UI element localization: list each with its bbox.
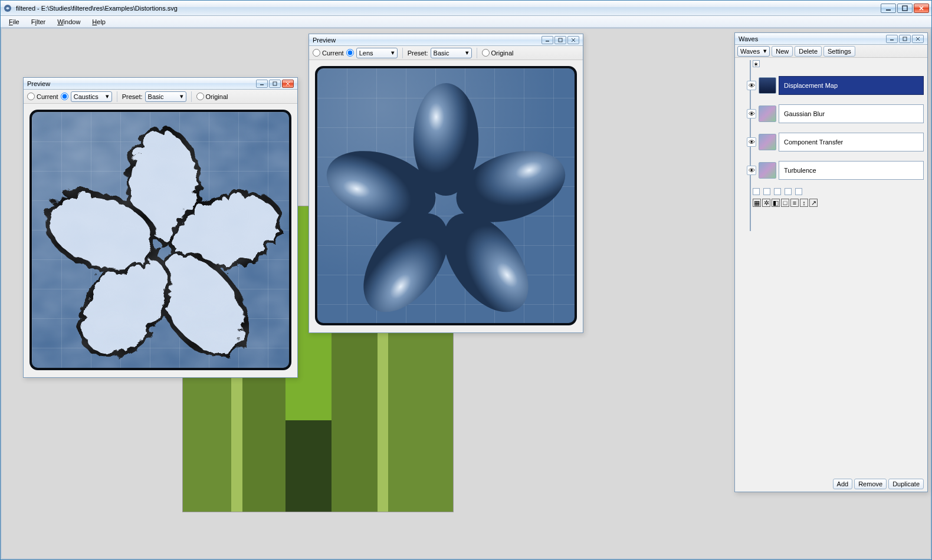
preset-combo[interactable]: Basic▾ [431,48,472,58]
graph-port-icon[interactable] [763,188,770,195]
node-label: Displacement Map [779,76,924,95]
preview-title: Preview [27,80,256,87]
radio-mode[interactable] [346,49,354,57]
minimize-icon[interactable] [256,80,268,88]
filter-preview-lens [315,66,577,325]
close-icon[interactable] [912,35,924,43]
maximize-icon[interactable] [554,36,566,44]
node-component-transfer[interactable]: 👁 Component Transfer [747,131,924,153]
svg-rect-4 [559,38,562,42]
svg-rect-17 [32,112,288,368]
tool-icon[interactable]: ✲ [762,199,770,207]
graph-port-icon[interactable] [774,188,781,195]
tool-icon[interactable]: ◧ [772,199,780,207]
preset-label: Preset: [408,50,428,57]
radio-current[interactable]: Current [27,93,58,100]
node-thumbnail [759,106,776,122]
preview-titlebar[interactable]: Preview [309,34,583,46]
visibility-toggle-icon[interactable]: 👁 [747,166,756,175]
preview-window-caustics[interactable]: Preview Current Caustics▾ Preset: Basic▾… [23,77,298,378]
duplicate-button[interactable]: Duplicate [888,479,924,489]
menubar: File Filter Window Help [1,16,931,28]
node-label: Gaussian Blur [779,104,924,123]
node-thumbnail [759,77,776,94]
filter-preview-caustics [29,110,291,370]
svg-rect-1 [886,9,891,11]
preview-toolbar: Current Lens▾ Preset: Basic▾ Original [309,46,583,60]
preview-title: Preview [313,37,542,44]
remove-button[interactable]: Remove [854,479,887,489]
mode-combo[interactable]: Lens▾ [356,48,398,58]
visibility-toggle-icon[interactable]: 👁 [747,81,756,90]
svg-rect-19 [903,37,907,41]
tool-icon[interactable]: ↗ [809,199,818,207]
workspace: Preview Current Lens▾ Preset: Basic▾ Ori… [1,28,931,559]
waves-footer: Add Remove Duplicate [833,479,924,489]
visibility-toggle-icon[interactable]: 👁 [747,137,756,147]
svg-rect-10 [260,84,264,85]
maximize-button[interactable] [897,4,913,13]
tool-icon[interactable]: ▦ [753,199,761,207]
window-title: filtered - E:\Studies\filtered\res\Examp… [16,5,881,12]
node-label: Component Transfer [779,133,924,151]
tool-icon[interactable]: □ [781,199,789,207]
radio-mode[interactable] [61,93,68,100]
maximize-icon[interactable] [899,35,911,43]
node-thumbnail [759,134,776,150]
chevron-down-icon: ▾ [465,49,469,57]
node-displacement-map[interactable]: 👁 Displacement Map [747,75,924,96]
add-button[interactable]: Add [833,479,853,489]
new-button[interactable]: New [772,46,793,57]
waves-title: Waves [739,35,886,42]
graph-toolbar: ▦ ✲ ◧ □ ≡ ↕ ↗ [753,199,924,207]
chevron-down-icon: ▾ [180,93,183,100]
svg-rect-2 [903,6,907,11]
preview-canvas [24,104,297,376]
chevron-down-icon: ▾ [106,93,109,100]
waves-panel[interactable]: Waves Waves▾ New Delete Settings ✶ 👁 [734,32,928,492]
preview-titlebar[interactable]: Preview [24,78,297,90]
graph-port-icon[interactable]: ✶ [753,60,760,67]
close-button[interactable] [914,4,929,13]
settings-button[interactable]: Settings [823,46,855,57]
close-icon[interactable] [282,80,294,88]
minimize-icon[interactable] [886,35,898,43]
radio-current[interactable]: Current [313,49,344,57]
menu-file[interactable]: File [4,17,24,27]
mode-combo[interactable]: Caustics▾ [71,91,112,102]
graph-port-icon[interactable] [753,188,760,195]
graph-port-icon[interactable] [795,188,802,195]
chevron-down-icon: ▾ [763,47,767,55]
tool-icon[interactable]: ≡ [790,199,799,207]
node-turbulence[interactable]: 👁 Turbulence [747,160,924,181]
visibility-toggle-icon[interactable]: 👁 [747,109,756,118]
node-label: Turbulence [779,161,924,180]
node-graph: ✶ 👁 Displacement Map 👁 Gaussian Blur 👁 C… [735,58,927,209]
waves-titlebar[interactable]: Waves [735,33,927,45]
menu-window[interactable]: Window [52,17,85,27]
waves-dropdown[interactable]: Waves▾ [737,46,770,57]
radio-original[interactable]: Original [482,49,514,57]
minimize-icon[interactable] [542,36,553,44]
close-icon[interactable] [567,36,579,44]
preview-toolbar: Current Caustics▾ Preset: Basic▾ Origina… [24,90,297,104]
radio-original[interactable]: Original [196,93,228,100]
preview-canvas [309,60,583,331]
menu-filter[interactable]: Filter [27,17,50,27]
node-thumbnail [759,162,776,179]
delete-button[interactable]: Delete [795,46,822,57]
waves-toolbar: Waves▾ New Delete Settings [735,45,927,58]
tool-icon[interactable]: ↕ [800,199,808,207]
graph-port-icon[interactable] [785,188,792,195]
node-gaussian-blur[interactable]: 👁 Gaussian Blur [747,103,924,124]
preset-combo[interactable]: Basic▾ [145,91,186,102]
svg-rect-3 [546,41,549,42]
preview-window-lens[interactable]: Preview Current Lens▾ Preset: Basic▾ Ori… [309,34,583,333]
menu-help[interactable]: Help [87,17,110,27]
minimize-button[interactable] [881,4,896,13]
main-titlebar[interactable]: filtered - E:\Studies\filtered\res\Examp… [1,1,931,16]
maximize-icon[interactable] [269,80,281,88]
main-window: filtered - E:\Studies\filtered\res\Examp… [0,0,932,560]
svg-rect-18 [890,39,894,41]
app-icon [3,4,12,13]
